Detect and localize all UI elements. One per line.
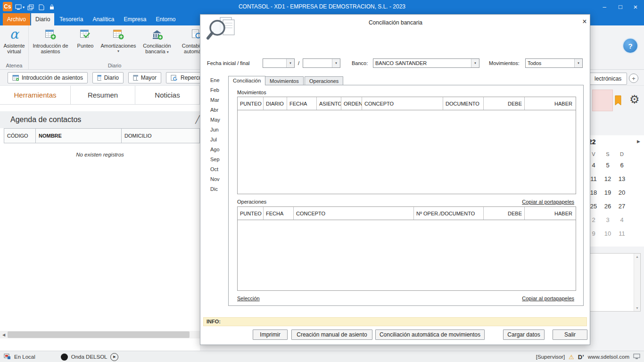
panel-tab-resumen[interactable]: Resumen (71, 86, 135, 105)
seleccion-link[interactable]: Selección (237, 296, 260, 301)
ribbon-item-conciliacion-bancaria[interactable]: Conciliación bancaria ▾ (139, 27, 175, 55)
month-abr[interactable]: Abr (208, 107, 227, 117)
copy-clipboard-link-movimientos[interactable]: Copiar al portapapeles (522, 199, 574, 205)
local-mode-icon (4, 354, 11, 361)
tab-operaciones[interactable]: Operaciones (305, 76, 343, 85)
month-mar[interactable]: Mar (208, 97, 227, 107)
table-check-icon (73, 27, 98, 41)
panel-tab-herramientas[interactable]: Herramientas (0, 86, 71, 105)
ribbon-group-label: Diario (28, 63, 201, 68)
calendar-day[interactable]: 26 (601, 203, 615, 210)
fecha-label: Fecha inicial / final (207, 60, 250, 66)
month-nov[interactable]: Nov (208, 176, 227, 186)
ribbon-group-atenea: α Asistente virtual Atenea (0, 25, 29, 69)
close-button[interactable]: × (628, 0, 643, 13)
supervisor-label: [Supervisor] (536, 354, 565, 360)
conciliacion-automatica-button[interactable]: Conciliación automática de movimientos (375, 329, 485, 340)
operaciones-table-body[interactable] (238, 220, 576, 290)
combo-arrow-icon: ▾ (574, 59, 582, 67)
tab-diario[interactable]: Diario (31, 13, 54, 25)
panel-tab-noticias[interactable]: Noticias (135, 86, 200, 105)
agenda-section-header: Agenda de contactos ╱ (0, 111, 200, 128)
calendar-widget: 22 ▶ V S D 4 5 6 11 12 13 18 19 20 25 26… (584, 135, 644, 247)
help-button[interactable]: ? (623, 39, 637, 53)
facturas-electronicas-button-partial[interactable]: lectrónicas (588, 73, 627, 85)
ribbon-item-punteo[interactable]: Punteo (73, 27, 98, 49)
column-header-domicilio: DOMICILIO (122, 128, 200, 143)
banco-combo[interactable]: BANCO SANTANDER ▾ (373, 58, 479, 68)
dialog-close-icon[interactable]: × (580, 17, 589, 26)
tab-archivo[interactable]: Archivo (3, 13, 30, 25)
remote-screen-icon[interactable] (633, 354, 640, 360)
add-button[interactable]: + (629, 74, 638, 83)
gear-icon[interactable]: ⚙ (629, 94, 640, 105)
ribbon-item-asistente-virtual[interactable]: α Asistente virtual (1, 27, 27, 54)
fecha-inicial-combo[interactable]: ▾ (263, 58, 295, 68)
calendar-day[interactable]: 3 (601, 216, 615, 223)
salir-button[interactable]: Salir (553, 329, 587, 340)
calendar-day[interactable]: 5 (601, 162, 615, 169)
website-link[interactable]: www.sdelsol.com (588, 354, 629, 360)
mayor-button[interactable]: Mayor (128, 72, 161, 83)
imprimir-button[interactable]: Imprimir (253, 329, 288, 340)
calendar-next-icon[interactable]: ▶ (637, 139, 640, 144)
calendar-weekday: D (615, 151, 629, 157)
play-icon[interactable]: ▶ (110, 353, 118, 361)
introduccion-asientos-button[interactable]: Introducción de asientos (8, 72, 88, 83)
fecha-final-combo[interactable]: ▾ (303, 58, 340, 68)
ribbon-item-amortizaciones[interactable]: Amortizaciones ▾ (99, 27, 138, 54)
month-sep[interactable]: Sep (208, 156, 227, 166)
minimize-button[interactable]: – (597, 0, 612, 13)
scroll-down-arrow[interactable]: ▼ (634, 306, 640, 310)
copy-clipboard-link-operaciones[interactable]: Copiar al portapapeles (522, 296, 574, 301)
movimientos-table: PUNTEO DIARIO FECHA ASIENTO ORDEN CONCEP… (237, 97, 576, 194)
dropdown-caret-icon: ▾ (99, 49, 138, 54)
month-dic[interactable]: Dic (208, 186, 227, 196)
calendar-day[interactable]: 20 (615, 189, 629, 196)
banco-label: Banco: (352, 60, 368, 66)
col-haber: HABER (525, 97, 575, 110)
bookmark-icon[interactable] (614, 95, 622, 107)
month-jun[interactable]: Jun (208, 127, 227, 137)
vertical-scrollbar[interactable]: ▲ ▼ (634, 254, 640, 311)
calendar-day[interactable]: 6 (615, 162, 629, 169)
corner-resize-icon[interactable]: ╱ (195, 111, 200, 128)
scroll-up-arrow[interactable]: ▲ (634, 255, 640, 258)
col-documento: DOCUMENTO (443, 97, 484, 110)
ribbon-item-introduccion-asientos[interactable]: Introducción de asientos (29, 27, 72, 54)
calendar-day[interactable]: 12 (601, 175, 615, 182)
ledger-mini-icon (133, 74, 138, 81)
info-bar: INFO: (203, 317, 587, 326)
horizontal-scrollbar[interactable]: ◀ (0, 331, 200, 338)
conciliacion-bancaria-dialog: Conciliación bancaria × Fecha inicial / … (200, 14, 590, 345)
month-jul[interactable]: Jul (208, 137, 227, 147)
maximize-button[interactable]: □ (613, 0, 628, 13)
column-header-nombre: NOMBRE (36, 128, 122, 143)
movimientos-combo[interactable]: Todos ▾ (525, 58, 583, 68)
tab-movimientos[interactable]: Movimientos (265, 76, 304, 85)
tab-tesoreria[interactable]: Tesorería (55, 13, 87, 25)
calendar-day[interactable]: 13 (615, 175, 629, 182)
calendar-day[interactable]: 10 (601, 230, 615, 237)
warning-icon[interactable]: ⚠ (569, 354, 574, 361)
diario-button[interactable]: Diario (92, 72, 124, 83)
month-ene[interactable]: Ene (208, 77, 227, 87)
statusbar: En Local Onda DELSOL ▶ [Supervisor] ⚠ D’… (0, 351, 644, 362)
cargar-datos-button[interactable]: Cargar datos (503, 329, 545, 340)
tab-conciliacion[interactable]: Conciliación (228, 76, 265, 85)
creacion-manual-button[interactable]: Creación manual de asiento (291, 329, 372, 340)
movimientos-table-body[interactable] (238, 110, 576, 194)
tab-analitica[interactable]: Analítica (88, 13, 118, 25)
month-feb[interactable]: Feb (208, 87, 227, 97)
month-ago[interactable]: Ago (208, 147, 227, 156)
calendar-day[interactable]: 11 (615, 230, 629, 237)
calendar-day[interactable]: 19 (601, 189, 615, 196)
calendar-day[interactable]: 4 (615, 216, 629, 223)
month-may[interactable]: May (208, 117, 227, 127)
scroll-left-arrow[interactable]: ◀ (0, 331, 8, 338)
calendar-day[interactable]: 27 (615, 203, 629, 210)
tab-empresa[interactable]: Empresa (119, 13, 150, 25)
tab-entorno[interactable]: Entorno (151, 13, 180, 25)
month-oct[interactable]: Oct (208, 166, 227, 176)
scrollbar-thumb[interactable] (8, 331, 190, 338)
